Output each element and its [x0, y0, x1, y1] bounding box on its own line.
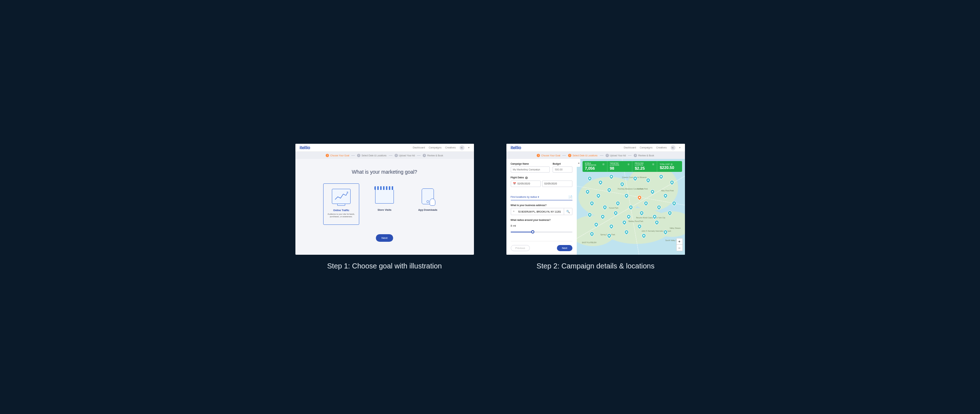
- svg-line-0: [346, 193, 347, 196]
- next-button[interactable]: Next: [376, 234, 393, 242]
- avatar[interactable]: SC: [671, 145, 676, 150]
- zoom-in-button[interactable]: +: [677, 238, 682, 245]
- find-locations-dropdown[interactable]: Find locations by radius ▾ 📄: [511, 195, 573, 200]
- map-label: Alley Pond Park: [661, 190, 674, 192]
- radius-slider[interactable]: [511, 230, 573, 234]
- info-icon[interactable]: i: [628, 163, 629, 165]
- brand-logo: itellio: [511, 145, 521, 150]
- caption-step2: Step 2: Campaign details & locations: [537, 262, 655, 270]
- campaign-name-input[interactable]: [511, 167, 550, 173]
- nav-creatives[interactable]: Creatives: [656, 146, 667, 149]
- topbar: itellio Dashboard Campaigns Creatives SC…: [295, 144, 474, 152]
- step-divider: [351, 155, 355, 155]
- document-icon[interactable]: 📄: [568, 195, 573, 199]
- monitor-chart-icon: [332, 189, 351, 206]
- step2-body: Campaign Name Budget Flight Datesi 📅02/0…: [506, 159, 685, 255]
- screenshot-step2: itellio Dashboard Campaigns Creatives SC…: [506, 144, 685, 255]
- step-4[interactable]: 4Review & Book: [634, 154, 654, 157]
- radius-value: 8 mi: [511, 224, 573, 227]
- goal-online-traffic[interactable]: Online Traffic Audience to your site for…: [323, 183, 359, 225]
- chevron-down-icon[interactable]: ▾: [468, 146, 469, 149]
- calendar-icon: 📅: [513, 182, 516, 185]
- step-2[interactable]: 2Select Date & Locations: [568, 154, 597, 157]
- column-step2: itellio Dashboard Campaigns Creatives SC…: [506, 144, 685, 270]
- avatar[interactable]: SC: [460, 145, 465, 150]
- step-divider: [417, 155, 420, 155]
- radius-label: What radius around your business?: [511, 219, 573, 221]
- next-button[interactable]: Next: [557, 245, 572, 251]
- map[interactable]: ◂ MOBILE IMPRESSIONSi7,056 TARGETED LOCA…: [577, 159, 685, 255]
- map-label: Forest Park: [609, 207, 619, 209]
- previous-button[interactable]: Previous: [511, 245, 530, 251]
- stat-impressions: MOBILE IMPRESSIONSi7,056: [582, 161, 608, 172]
- caption-step1: Step 1: Choose goal with illustration: [327, 262, 442, 270]
- goal-app-downloads[interactable]: App Downloads: [410, 183, 446, 225]
- zoom-out-button[interactable]: −: [677, 245, 682, 251]
- info-icon[interactable]: i: [525, 176, 528, 179]
- nav-campaigns[interactable]: Campaigns: [429, 146, 441, 149]
- step1-body: What is your marketing goal? Online Traf…: [295, 159, 474, 255]
- storefront-icon: [375, 189, 394, 206]
- stat-locations: TARGETED LOCATIONSi98: [608, 161, 632, 172]
- chevron-down-icon: ▾: [538, 196, 539, 198]
- slider-thumb[interactable]: [531, 230, 535, 233]
- step-3[interactable]: 3Upload Your Ad: [606, 154, 626, 157]
- pin-icon: ⌖: [511, 208, 517, 215]
- goal-title: App Downloads: [418, 209, 438, 211]
- budget-input[interactable]: [552, 167, 572, 173]
- nav-campaigns[interactable]: Campaigns: [640, 146, 652, 149]
- stats-bar: MOBILE IMPRESSIONSi7,056 TARGETED LOCATI…: [582, 161, 682, 172]
- stepper: 1Choose Your Goal 2Select Date & Locatio…: [506, 152, 685, 159]
- campaign-name-label: Campaign Name: [511, 162, 550, 165]
- step-4[interactable]: 4Review & Book: [423, 154, 443, 157]
- step-divider: [389, 155, 393, 155]
- zoom-control: + −: [676, 238, 683, 251]
- heading: What is your marketing goal?: [352, 169, 417, 175]
- search-icon: 🔍: [566, 210, 570, 213]
- goal-desc: Audience to your site for leads, purchas…: [326, 213, 357, 218]
- map-label: Valley Stream: [670, 227, 681, 229]
- address-input[interactable]: [517, 208, 564, 215]
- info-icon[interactable]: i: [671, 163, 673, 165]
- flight-dates-label: Flight Datesi: [511, 176, 573, 179]
- topnav: Dashboard Campaigns Creatives SC ▾: [624, 145, 680, 150]
- goal-title: Store Visits: [378, 209, 391, 211]
- collapse-panel-button[interactable]: ◂: [577, 159, 581, 167]
- info-icon[interactable]: i: [602, 163, 605, 165]
- map-label: EAST FLATBUSH: [582, 241, 597, 244]
- map-label: Kissena Park: [637, 188, 648, 190]
- step-1[interactable]: 1Choose Your Goal: [326, 154, 349, 157]
- stepper: 1Choose Your Goal 2Select Date & Locatio…: [295, 152, 474, 159]
- date-start-input[interactable]: 📅02/05/2020: [511, 181, 541, 187]
- column-step1: itellio Dashboard Campaigns Creatives SC…: [295, 144, 474, 270]
- info-icon[interactable]: i: [652, 163, 654, 165]
- chevron-down-icon[interactable]: ▾: [679, 146, 681, 149]
- topnav: Dashboard Campaigns Creatives SC ▾: [413, 145, 469, 150]
- date-end-input[interactable]: 02/05/2020: [542, 181, 573, 187]
- budget-label: Budget: [552, 162, 572, 165]
- nav-dashboard[interactable]: Dashboard: [413, 146, 425, 149]
- phone-tap-icon: [418, 189, 437, 206]
- step-2[interactable]: 2Select Date & Locations: [357, 154, 386, 157]
- goal-store-visits[interactable]: Store Visits: [366, 183, 402, 225]
- step-1[interactable]: 1Choose Your Goal: [537, 154, 560, 157]
- map-label: Resorts World Casino New York City: [636, 217, 665, 219]
- form-panel: Campaign Name Budget Flight Datesi 📅02/0…: [506, 159, 577, 255]
- map-label: Baisley Pond Park: [629, 220, 643, 222]
- step-3[interactable]: 3Upload Your Ad: [395, 154, 415, 157]
- goals-grid: Online Traffic Audience to your site for…: [323, 183, 446, 225]
- screenshot-step1: itellio Dashboard Campaigns Creatives SC…: [295, 144, 474, 255]
- goal-title: Online Traffic: [333, 209, 350, 211]
- search-button[interactable]: 🔍: [564, 208, 572, 215]
- stat-total: TOTAL COSTi$220.50: [657, 161, 682, 172]
- topbar: itellio Dashboard Campaigns Creatives SC…: [506, 144, 685, 152]
- nav-dashboard[interactable]: Dashboard: [624, 146, 636, 149]
- nav-creatives[interactable]: Creatives: [445, 146, 456, 149]
- address-label: What is your business address?: [511, 204, 547, 206]
- form-footer: Previous Next: [511, 241, 573, 251]
- brand-logo: itellio: [300, 145, 310, 150]
- stat-price: PRICE PER LOCATIONi$2.25: [632, 161, 657, 172]
